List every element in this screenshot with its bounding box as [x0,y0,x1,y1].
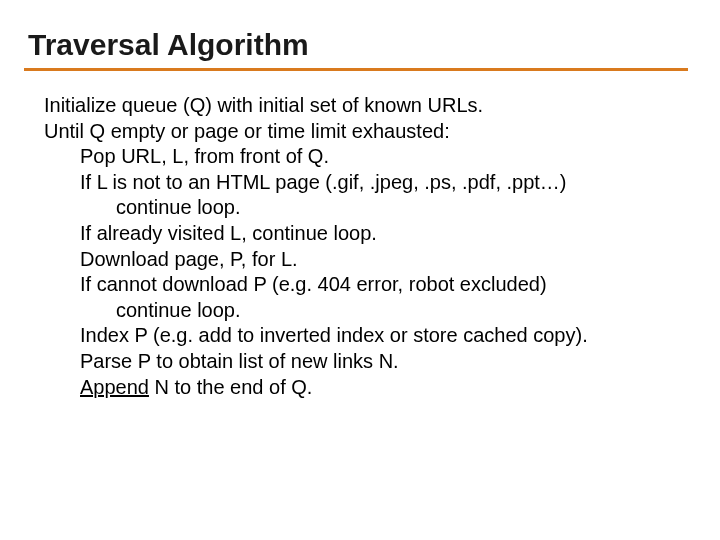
algo-line: Download page, P, for L. [80,247,688,273]
slide: Traversal Algorithm Initialize queue (Q)… [0,0,720,540]
slide-title: Traversal Algorithm [28,28,688,62]
algo-line-underlined: Append [80,376,149,398]
algo-line: continue loop. [116,298,688,324]
algo-line: Parse P to obtain list of new links N. [80,349,688,375]
algo-line: If already visited L, continue loop. [80,221,688,247]
slide-body: Initialize queue (Q) with initial set of… [24,93,688,400]
algo-line: Append N to the end of Q. [80,375,688,401]
horizontal-rule [24,68,688,71]
algo-line-rest: N to the end of Q. [149,376,312,398]
algo-line: If L is not to an HTML page (.gif, .jpeg… [80,170,688,196]
algo-line: continue loop. [116,195,688,221]
algo-line: Index P (e.g. add to inverted index or s… [80,323,688,349]
algo-line: Until Q empty or page or time limit exha… [44,119,688,145]
algo-line: Initialize queue (Q) with initial set of… [44,93,688,119]
algo-line: Pop URL, L, from front of Q. [80,144,688,170]
algo-line: If cannot download P (e.g. 404 error, ro… [80,272,688,298]
